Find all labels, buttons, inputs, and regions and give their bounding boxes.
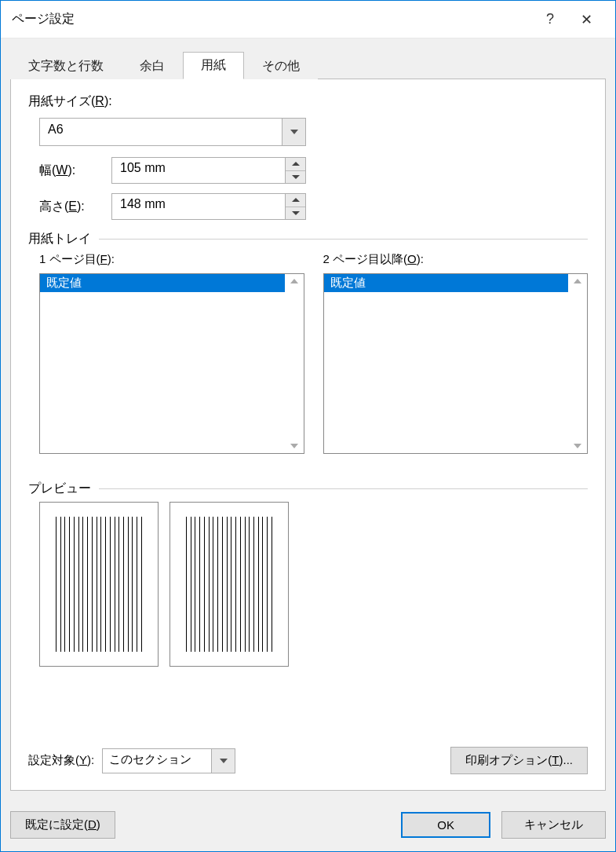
paper-tray-label: 用紙トレイ (28, 231, 91, 247)
first-page-label: 1 ページ目(F): (39, 252, 304, 267)
triangle-down-icon (292, 211, 300, 215)
set-default-button[interactable]: 既定に設定(D) (10, 811, 115, 839)
paper-size-label: 用紙サイズ(R): (28, 93, 588, 110)
scrollbar[interactable] (568, 274, 587, 453)
tab-chars-lines[interactable]: 文字数と行数 (10, 53, 122, 79)
content-area: 文字数と行数 余白 用紙 その他 用紙サイズ(R): A6 幅(W): (1, 38, 615, 800)
list-item[interactable]: 既定値 (40, 274, 285, 292)
apply-to-dropdown[interactable]: このセクション (102, 748, 235, 773)
cancel-button[interactable]: キャンセル (501, 811, 606, 839)
print-options-button[interactable]: 印刷オプション(T)... (450, 747, 588, 774)
chevron-up-icon (574, 279, 581, 283)
triangle-up-icon (292, 162, 300, 166)
tab-paper[interactable]: 用紙 (183, 52, 244, 79)
paper-size-value: A6 (40, 119, 282, 145)
width-spinner[interactable]: 105 mm (111, 157, 306, 184)
chevron-down-icon (574, 444, 581, 448)
paper-size-group: 用紙サイズ(R): A6 幅(W): 105 mm (28, 93, 588, 220)
height-spin-down[interactable] (286, 207, 305, 220)
preview-page-1 (39, 502, 159, 667)
tabpage-paper: 用紙サイズ(R): A6 幅(W): 105 mm (10, 79, 606, 791)
tab-other[interactable]: その他 (244, 53, 318, 79)
tab-margins[interactable]: 余白 (122, 53, 183, 79)
scrollbar[interactable] (285, 274, 304, 453)
help-button[interactable]: ? (532, 11, 568, 27)
other-pages-listbox[interactable]: 既定値 (323, 273, 589, 454)
chevron-up-icon (290, 279, 298, 283)
close-button[interactable]: ✕ (568, 11, 604, 28)
height-label: 高さ(E): (39, 199, 102, 215)
list-item[interactable]: 既定値 (324, 274, 569, 292)
divider (99, 239, 588, 240)
apply-to-label: 設定対象(Y): (28, 753, 94, 768)
dialog-title: ページ設定 (12, 11, 532, 27)
width-label: 幅(W): (39, 163, 102, 179)
first-page-listbox[interactable]: 既定値 (39, 273, 304, 454)
preview-label: プレビュー (28, 481, 91, 497)
divider (99, 488, 588, 489)
height-spinner[interactable]: 148 mm (111, 193, 306, 220)
page-lines-icon (56, 517, 142, 652)
chevron-down-icon (220, 759, 228, 763)
page-lines-icon (186, 517, 272, 652)
height-value[interactable]: 148 mm (112, 194, 285, 219)
apply-row: 設定対象(Y): このセクション 印刷オプション(T)... (28, 747, 588, 774)
tabstrip: 文字数と行数 余白 用紙 その他 (10, 50, 606, 79)
triangle-up-icon (292, 198, 300, 202)
paper-tray-group: 用紙トレイ 1 ページ目(F): 既定値 (28, 231, 588, 454)
titlebar: ページ設定 ? ✕ (1, 1, 615, 38)
paper-size-dropdown[interactable]: A6 (39, 118, 306, 146)
width-value[interactable]: 105 mm (112, 158, 285, 183)
dialog-buttons: 既定に設定(D) OK キャンセル (1, 800, 615, 851)
width-spin-down[interactable] (286, 171, 305, 184)
ok-button[interactable]: OK (401, 812, 490, 838)
paper-size-dropdown-button[interactable] (282, 119, 305, 145)
apply-to-dropdown-button[interactable] (211, 749, 235, 773)
triangle-down-icon (292, 175, 300, 179)
preview-group: プレビュー (28, 481, 588, 667)
height-spin-up[interactable] (286, 194, 305, 207)
preview-page-2 (169, 502, 289, 667)
width-spin-up[interactable] (286, 158, 305, 171)
chevron-down-icon (290, 130, 298, 134)
apply-to-value: このセクション (103, 749, 211, 773)
chevron-down-icon (290, 444, 298, 448)
other-pages-label: 2 ページ目以降(O): (323, 252, 589, 267)
